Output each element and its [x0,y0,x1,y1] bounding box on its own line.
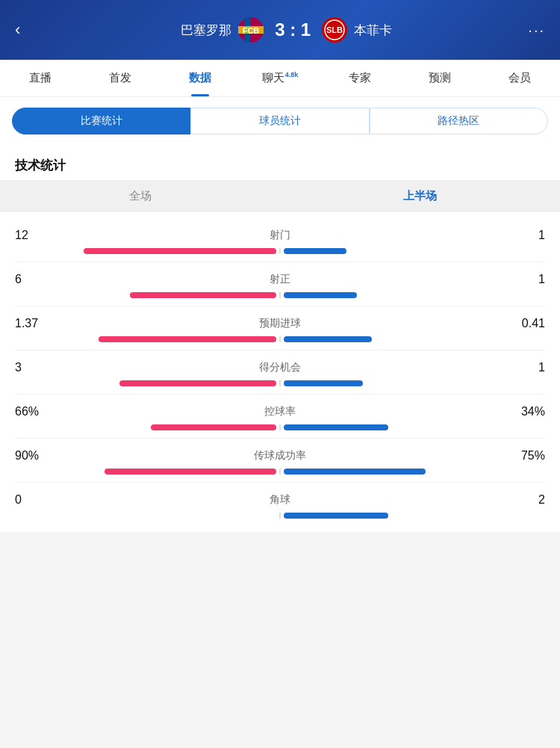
stat-right-pass_accuracy: 75% [508,449,545,463]
bar-left-wrap-possession [15,424,276,430]
sub-tab-heatmap[interactable]: 路径热区 [370,108,548,135]
nav-item-lineup[interactable]: 首发 [80,60,160,96]
bar-fill-right-pass_accuracy [284,469,426,475]
stat-bars-shots [15,248,545,254]
stat-row-expected_goals: 1.37 预期进球 0.41 [15,306,545,350]
bar-right-wrap-corners [284,513,545,519]
home-team-name: 巴塞罗那 [181,22,231,39]
bar-divider-chances [279,380,281,386]
bar-divider-shots [279,248,281,254]
nav-item-expert[interactable]: 专家 [320,60,400,96]
stat-label-corners: 角球 [270,493,290,507]
nav-label-lineup: 首发 [109,71,131,85]
stat-values-pass_accuracy: 90% 传球成功率 75% [15,449,545,463]
stat-label-shots_on_target: 射正 [270,273,290,286]
sub-tabs: 比赛统计 球员统计 路径热区 [0,97,560,145]
stat-values-possession: 66% 控球率 34% [15,405,545,418]
nav-item-data[interactable]: 数据 [160,60,240,96]
stat-right-chances: 1 [508,361,545,374]
nav-item-live[interactable]: 直播 [0,60,80,96]
nav-label-expert: 专家 [349,71,371,85]
bar-fill-left-shots_on_target [130,292,276,298]
nav-label-data: 数据 [189,71,211,85]
stat-left-expected_goals: 1.37 [15,317,52,330]
nav-item-predict[interactable]: 预测 [400,60,480,96]
svg-text:FCB: FCB [243,26,260,35]
stat-bars-shots_on_target [15,292,545,298]
stat-right-shots: 1 [508,229,545,242]
bar-left-wrap-pass_accuracy [15,469,276,475]
stat-right-shots_on_target: 1 [508,273,545,286]
bar-fill-left-chances [119,380,276,386]
bar-right-wrap-possession [284,424,545,430]
away-team-name: 本菲卡 [354,22,392,39]
stat-values-chances: 3 得分机会 1 [15,361,545,374]
bar-left-wrap-chances [15,380,276,386]
bar-fill-right-shots_on_target [284,292,357,298]
stat-values-shots_on_target: 6 射正 1 [15,273,545,286]
home-team-logo: FCB [237,16,264,43]
nav-label-member: 会员 [508,71,531,85]
bar-right-wrap-pass_accuracy [284,469,545,475]
stat-left-possession: 66% [15,405,52,418]
stat-left-chances: 3 [15,361,52,374]
bar-divider-corners [279,513,281,519]
stat-right-expected_goals: 0.41 [508,317,545,330]
bar-left-wrap-corners [15,513,276,519]
stat-right-corners: 2 [508,493,545,507]
nav-label-live: 直播 [29,71,52,85]
stat-label-shots: 射门 [270,229,290,242]
bar-divider-possession [279,424,281,430]
stat-row-possession: 66% 控球率 34% [15,395,545,439]
nav-item-chat[interactable]: 聊天4.8k [240,60,320,96]
stat-row-pass_accuracy: 90% 传球成功率 75% [15,439,545,483]
back-button[interactable]: ‹ [15,20,45,40]
bar-fill-left-expected_goals [99,336,276,342]
stat-bars-possession [15,424,545,430]
bar-fill-right-expected_goals [284,336,372,342]
stats-container: 12 射门 1 6 射正 1 [0,212,560,532]
bar-left-wrap-expected_goals [15,336,276,342]
bar-fill-right-shots [284,248,346,254]
stat-label-chances: 得分机会 [259,361,301,374]
bar-fill-right-corners [284,513,388,519]
first-half-button[interactable]: 上半场 [280,180,560,212]
stat-bars-chances [15,380,545,386]
stat-row-shots: 12 射门 1 [15,218,545,262]
full-time-button[interactable]: 全场 [0,180,280,212]
stat-values-expected_goals: 1.37 预期进球 0.41 [15,317,545,330]
bar-right-wrap-shots_on_target [284,292,545,298]
bar-divider-shots_on_target [279,292,281,298]
bar-right-wrap-chances [284,380,545,386]
bar-divider-expected_goals [279,336,281,342]
bar-fill-left-pass_accuracy [105,469,276,475]
nav-label-chat: 聊天4.8k [262,71,299,85]
bar-fill-right-chances [284,380,363,386]
stat-values-shots: 12 射门 1 [15,229,545,242]
bar-divider-pass_accuracy [279,469,281,475]
nav-item-member[interactable]: 会员 [480,60,560,96]
stat-values-corners: 0 角球 2 [15,493,545,507]
bar-right-wrap-shots [284,248,545,254]
stat-left-shots: 12 [15,229,52,242]
stat-right-possession: 34% [508,405,545,418]
half-selector: 全场 上半场 [0,180,560,212]
score-display: 3 : 1 [275,19,311,40]
sub-tab-player[interactable]: 球员统计 [190,108,369,135]
stat-row-shots_on_target: 6 射正 1 [15,262,545,306]
stat-label-possession: 控球率 [264,405,296,418]
nav-bar: 直播 首发 数据 聊天4.8k 专家 预测 会员 [0,60,560,97]
bar-fill-left-shots [84,248,276,254]
more-button[interactable]: ··· [528,22,545,39]
bar-fill-right-possession [284,424,388,430]
stat-left-pass_accuracy: 90% [15,449,52,463]
stat-label-pass_accuracy: 传球成功率 [254,449,306,463]
sub-tab-match[interactable]: 比赛统计 [12,108,190,135]
match-score: 巴塞罗那 FCB 3 : 1 SLB 本菲卡 [45,16,528,43]
nav-label-predict: 预测 [429,71,451,85]
stat-row-corners: 0 角球 2 [15,483,545,526]
stat-label-expected_goals: 预期进球 [259,317,301,330]
section-title: 技术统计 [0,145,560,180]
bar-right-wrap-expected_goals [284,336,545,342]
stat-row-chances: 3 得分机会 1 [15,350,545,395]
